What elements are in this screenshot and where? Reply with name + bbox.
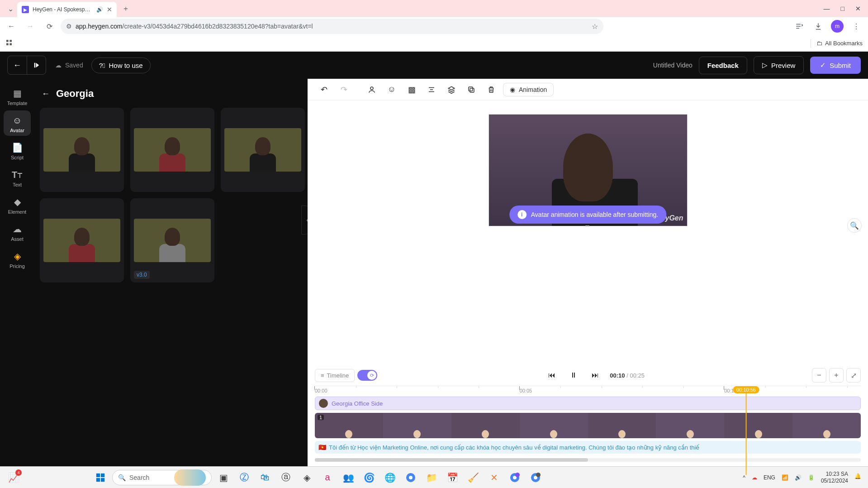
align-tool-icon[interactable]	[423, 81, 440, 98]
prev-frame-button[interactable]: ⏮	[545, 368, 559, 383]
person-tool-icon[interactable]	[364, 81, 380, 98]
app-skip-button[interactable]	[27, 56, 46, 74]
nav-script[interactable]: 📄 Script	[4, 138, 31, 163]
taskbar-app-chrome[interactable]	[402, 469, 420, 487]
zoom-out-button[interactable]: −	[812, 368, 826, 383]
site-info-icon[interactable]: ⚙	[66, 23, 72, 30]
nav-asset[interactable]: ☁ Asset	[4, 219, 31, 244]
ruler-tick: 00:05	[520, 388, 532, 393]
tab-close-icon[interactable]: ✕	[107, 6, 112, 13]
taskbar-widgets[interactable]: 📈4	[5, 469, 23, 487]
taskbar-app-a[interactable]: a	[318, 469, 337, 487]
scrollbar-thumb[interactable]	[315, 458, 588, 462]
wifi-icon[interactable]: 📶	[782, 474, 788, 481]
video-frames-track[interactable]: 1	[315, 413, 861, 438]
nav-reload[interactable]: ⟳	[42, 19, 57, 34]
window-minimize[interactable]: —	[824, 5, 830, 12]
apps-grid-icon[interactable]	[5, 39, 13, 48]
taskbar-app-edge[interactable]: 🌐	[381, 469, 399, 487]
taskbar-app-chrome-profile2[interactable]	[526, 469, 545, 487]
avatar-thumb-1[interactable]	[40, 108, 124, 192]
taskbar-app-zalo[interactable]: Ⓩ	[235, 469, 253, 487]
panel-resize-grip[interactable]: ═	[585, 223, 590, 229]
tab-audio-icon[interactable]: 🔊	[96, 6, 103, 13]
zoom-in-button[interactable]: +	[829, 368, 844, 383]
pause-button[interactable]: ⏸	[566, 368, 581, 383]
avatar-thumb-2[interactable]	[130, 108, 214, 192]
nav-forward[interactable]: →	[23, 19, 38, 34]
taskbar-app-cleanup[interactable]: 🧹	[464, 469, 482, 487]
volume-icon[interactable]: 🔊	[795, 474, 802, 481]
timeline-scrollbar[interactable]	[315, 458, 861, 462]
taskbar-app-store[interactable]: 🛍	[256, 469, 274, 487]
nav-element[interactable]: ◆ Element	[4, 192, 31, 217]
taskbar-app-amazon[interactable]: ⓐ	[277, 469, 295, 487]
tray-onedrive-icon[interactable]: ☁	[752, 474, 757, 481]
undo-button[interactable]: ↶	[316, 81, 332, 98]
window-close[interactable]: ✕	[855, 5, 861, 12]
start-button[interactable]	[91, 469, 109, 487]
search-icon: 🔍	[118, 474, 126, 481]
avatar-thumb-3[interactable]	[221, 108, 305, 192]
redo-button[interactable]: ↷	[336, 81, 352, 98]
bookmark-star-icon[interactable]: ☆	[592, 22, 598, 31]
task-view-icon[interactable]: ▣	[214, 469, 232, 487]
heygen-favicon: ▶	[22, 6, 29, 13]
nav-text[interactable]: Tᴛ Text	[4, 165, 31, 190]
window-maximize[interactable]: □	[841, 5, 844, 12]
submit-button[interactable]: ✓ Submit	[810, 57, 861, 74]
avatar-thumb-4[interactable]	[40, 198, 124, 282]
playhead[interactable]: 00:10:56	[733, 386, 759, 475]
battery-icon[interactable]: 🔋	[808, 474, 815, 481]
taskbar-app-teams[interactable]: 👥	[339, 469, 357, 487]
chrome-menu-icon[interactable]: ⋮	[850, 20, 863, 33]
panel-back-button[interactable]: ←	[42, 89, 50, 99]
copy-tool-icon[interactable]	[463, 81, 479, 98]
timeline-ruler[interactable]: 00:00 00:05 00:10 00:10:56	[315, 386, 861, 397]
taskbar-app-xampp[interactable]: ✕	[485, 469, 503, 487]
taskbar-app-explorer[interactable]: 📁	[422, 469, 441, 487]
notifications-icon[interactable]: 🔔	[854, 473, 863, 482]
downloads-icon[interactable]	[812, 20, 825, 33]
taskbar-app-calendar[interactable]: 📅	[443, 469, 461, 487]
zoom-fit-button[interactable]: ⤢	[846, 368, 861, 383]
panel-collapse-handle[interactable]: ‹	[301, 206, 308, 234]
layers-tool-icon[interactable]	[443, 81, 460, 98]
timeline-toggle[interactable]: ⟳	[357, 370, 377, 381]
language-indicator[interactable]: ENG	[764, 474, 775, 481]
all-bookmarks-button[interactable]: 🗀 All Bookmarks	[816, 40, 863, 47]
video-title[interactable]: Untitled Video	[653, 62, 693, 69]
script-track[interactable]: 🇻🇳 Tôi đến từ Học viện Marketing Online,…	[315, 441, 861, 454]
animation-button[interactable]: ◉ Animation	[503, 83, 554, 96]
next-frame-button[interactable]: ⏭	[588, 368, 602, 383]
browser-tab[interactable]: ▶ HeyGen - AI Spokesperson 🔊 ✕	[17, 2, 117, 17]
nav-avatar[interactable]: ☺ Avatar	[4, 110, 31, 136]
svg-rect-6	[470, 88, 474, 92]
nav-pricing[interactable]: ◈ Pricing	[4, 246, 31, 272]
tray-expand-icon[interactable]: ^	[743, 474, 745, 481]
how-to-use-button[interactable]: ?⃝ How to use	[91, 57, 151, 73]
nav-back[interactable]: ←	[4, 19, 19, 34]
canvas-search-icon[interactable]: 🔍	[847, 218, 862, 233]
taskbar-search[interactable]: 🔍 Search	[112, 470, 212, 485]
taskbar-app-chrome-profile1[interactable]	[506, 469, 524, 487]
tab-list-dropdown[interactable]: ⌄	[4, 5, 17, 13]
preview-button[interactable]: ▷ Preview	[754, 56, 804, 74]
address-bar[interactable]: ⚙ app.heygen.com/create-v3/0453d4a279bd4…	[61, 19, 603, 34]
nav-template[interactable]: ▦ Template	[4, 83, 31, 109]
feedback-button[interactable]: Feedback	[699, 57, 747, 74]
face-tool-icon[interactable]: ☺	[384, 81, 400, 98]
profile-avatar[interactable]: m	[831, 20, 844, 33]
app-back-button[interactable]: ←	[8, 56, 27, 74]
timeline-mode-button[interactable]: ≡ Timeline	[315, 369, 355, 382]
taskbar-app-copilot[interactable]: 🌀	[360, 469, 378, 487]
clock[interactable]: 10:23 SA 05/12/2024	[821, 471, 848, 484]
avatar-thumb-5[interactable]: v3.0	[130, 198, 214, 282]
media-control-icon[interactable]	[793, 20, 806, 33]
new-tab-button[interactable]: ＋	[119, 2, 132, 15]
delete-tool-icon[interactable]	[483, 81, 499, 98]
taskbar-app-dropbox[interactable]: ◈	[298, 469, 316, 487]
element-icon: ◆	[14, 196, 21, 207]
avatar-track[interactable]: Georgia Office Side	[315, 397, 861, 410]
grid-tool-icon[interactable]: ▩	[403, 81, 420, 98]
